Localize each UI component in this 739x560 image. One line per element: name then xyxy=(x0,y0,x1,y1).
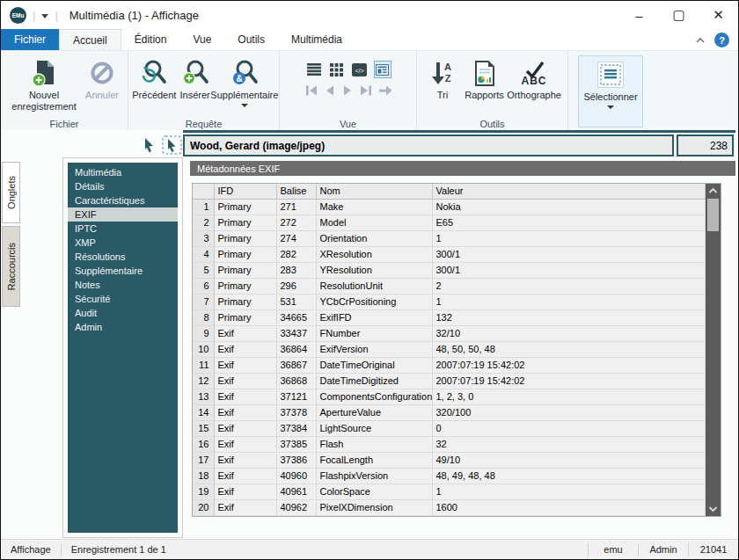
table-row[interactable]: 19Exif40961ColorSpace1 xyxy=(193,484,706,499)
ribbon-group-selectionner: Sélectionner xyxy=(568,51,653,130)
next-record-icon[interactable] xyxy=(341,84,354,97)
scrollbar-thumb[interactable] xyxy=(707,199,719,231)
column-header-balise[interactable]: Balise xyxy=(276,184,316,199)
collapse-ribbon-icon[interactable] xyxy=(694,35,706,46)
exif-table-header-row: IFDBaliseNomValeur xyxy=(193,184,706,199)
table-cell: 1 xyxy=(432,294,706,309)
new-record-button[interactable]: Nouvel enregistrement xyxy=(6,55,82,113)
table-row[interactable]: 5Primary283YResolution300/1 xyxy=(193,262,706,278)
tab-outils[interactable]: Outils xyxy=(224,29,278,50)
table-cell: ExifIFD xyxy=(316,309,432,325)
table-row[interactable]: 17Exif37386FocalLength49/10 xyxy=(193,452,706,468)
sidebar-item-multimedia[interactable]: Multimédia xyxy=(68,165,178,179)
table-row[interactable]: 3Primary274Orientation1 xyxy=(193,230,706,246)
reports-button[interactable]: Rapports xyxy=(463,55,506,101)
column-header-nom[interactable]: Nom xyxy=(316,184,432,199)
quick-access-caret-icon[interactable] xyxy=(41,14,48,18)
search-more-icon: & xyxy=(230,57,259,89)
minimize-button[interactable]: – xyxy=(619,1,659,29)
last-record-icon[interactable] xyxy=(359,84,373,97)
record-count: 238 xyxy=(677,135,734,156)
sidetab-onglets[interactable]: Onglets xyxy=(2,162,20,223)
detail-view-icon[interactable] xyxy=(374,61,391,78)
status-record-id: 21041 xyxy=(689,544,738,555)
table-cell: 37385 xyxy=(276,436,316,452)
previous-record-icon[interactable] xyxy=(324,84,336,97)
table-row[interactable]: 14Exif37378ApertureValue320/100 xyxy=(193,404,706,420)
sidebar-item-securite[interactable]: Sécurité xyxy=(68,292,178,306)
svg-text:A: A xyxy=(444,62,451,72)
svg-text:&: & xyxy=(236,74,242,84)
cancel-icon xyxy=(89,57,115,89)
previous-query-button[interactable]: Précédent xyxy=(134,55,175,101)
table-cell: 320/100 xyxy=(432,404,706,420)
table-row[interactable]: 18Exif40960FlashpixVersion48, 49, 48, 48 xyxy=(193,468,706,484)
table-row[interactable]: 11Exif36867DateTimeOriginal2007:07:19 15… xyxy=(193,357,706,373)
table-row[interactable]: 10Exif36864ExifVersion48, 50, 50, 48 xyxy=(193,341,706,357)
sidebar-item-iptc[interactable]: IPTC xyxy=(68,222,178,236)
goto-record-icon[interactable] xyxy=(378,84,392,97)
sidebar-item-exif[interactable]: EXIF xyxy=(68,207,178,222)
sidebar-item-notes[interactable]: Notes xyxy=(68,278,178,292)
table-row[interactable]: 12Exif36868DateTimeDigitized2007:07:19 1… xyxy=(193,373,706,389)
scroll-up-icon[interactable] xyxy=(706,185,721,197)
sidebar-item-resolutions[interactable]: Résolutions xyxy=(68,250,178,264)
table-row[interactable]: 9Exif33437FNumber32/10 xyxy=(193,325,706,341)
sidebar-item-admin[interactable]: Admin xyxy=(68,320,178,334)
supplementary-query-button[interactable]: & Supplémentaire xyxy=(216,55,274,107)
row-number: 8 xyxy=(193,309,214,325)
vertical-scrollbar[interactable] xyxy=(706,184,721,516)
spellcheck-button[interactable]: ABC Orthographe xyxy=(506,55,562,101)
cancel-button[interactable]: Annuler xyxy=(82,55,122,101)
column-header-rownum[interactable] xyxy=(193,184,214,199)
record-title: Wood, Gerard (image/jpeg) xyxy=(190,140,325,152)
table-cell: Exif xyxy=(214,404,276,420)
table-row[interactable]: 7Primary531YCbCrPositioning1 xyxy=(193,294,706,309)
pointer-cursor-icon[interactable] xyxy=(142,137,157,154)
sidebar-item-details[interactable]: Détails xyxy=(68,179,178,193)
tab-fichier[interactable]: Fichier xyxy=(1,29,59,50)
table-cell: 531 xyxy=(276,294,316,309)
status-user: emu xyxy=(589,544,638,555)
sort-button[interactable]: A Z Tri xyxy=(422,55,463,101)
sidebar-item-caracteristiques[interactable]: Caractéristiques xyxy=(68,193,178,207)
table-row[interactable]: 1Primary271MakeNokia xyxy=(193,199,706,215)
table-row[interactable]: 8Primary34665ExifIFD132 xyxy=(193,309,706,325)
table-row[interactable]: 6Primary296ResolutionUnit2 xyxy=(193,278,706,294)
tab-accueil[interactable]: Accueil xyxy=(59,29,121,50)
select-mode-cursor-icon[interactable] xyxy=(162,135,182,155)
maximize-button[interactable]: ▢ xyxy=(659,1,699,29)
table-row[interactable]: 13Exif37121ComponentsConfiguration1, 2, … xyxy=(193,389,706,404)
sidebar-item-audit[interactable]: Audit xyxy=(68,306,178,320)
column-header-ifd[interactable]: IFD xyxy=(214,184,276,199)
scroll-down-icon[interactable] xyxy=(706,503,721,515)
tab-multimedia[interactable]: Multimédia xyxy=(278,29,355,50)
table-row[interactable]: 20Exif40962PixelXDimension1600 xyxy=(193,499,706,515)
row-number: 7 xyxy=(193,294,214,309)
table-cell: FlashpixVersion xyxy=(316,468,432,484)
table-row[interactable]: 16Exif37385Flash32 xyxy=(193,436,706,452)
table-row[interactable]: 4Primary282XResolution300/1 xyxy=(193,246,706,262)
column-header-valeur[interactable]: Valeur xyxy=(432,184,706,199)
table-cell: ExifVersion xyxy=(316,341,432,357)
row-number: 3 xyxy=(193,230,214,246)
code-view-icon[interactable]: </> xyxy=(351,61,369,78)
row-number: 13 xyxy=(193,389,214,404)
table-cell: 49/10 xyxy=(432,452,706,468)
table-row[interactable]: 15Exif37384LightSource0 xyxy=(193,420,706,436)
sidebar-item-supplementaire[interactable]: Supplémentaire xyxy=(68,264,178,278)
row-number: 6 xyxy=(193,278,214,294)
sidetab-raccourcis[interactable]: Raccourcis xyxy=(2,226,20,307)
table-row[interactable]: 2Primary272ModelE65 xyxy=(193,215,706,230)
tab-edition[interactable]: Édition xyxy=(121,29,180,50)
close-button[interactable]: ✕ xyxy=(699,1,738,29)
sidebar-item-xmp[interactable]: XMP xyxy=(68,236,178,250)
help-icon[interactable]: ? xyxy=(714,33,729,47)
grid-view-icon[interactable] xyxy=(328,61,346,78)
insert-query-button[interactable]: Insérer xyxy=(175,55,216,101)
tab-vue[interactable]: Vue xyxy=(179,29,224,50)
exif-table-body: 1Primary271MakeNokia2Primary272ModelE653… xyxy=(193,199,706,516)
select-button[interactable]: Sélectionner xyxy=(578,55,642,127)
first-record-icon[interactable] xyxy=(304,84,318,97)
list-view-icon[interactable] xyxy=(305,61,323,78)
